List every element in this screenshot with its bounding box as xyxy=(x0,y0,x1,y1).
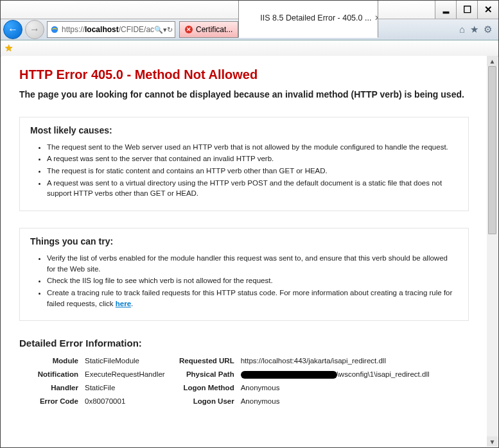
causes-section: Most likely causes: The request sent to … xyxy=(19,117,469,211)
home-icon[interactable]: ⌂ xyxy=(459,24,465,35)
causes-heading: Most likely causes: xyxy=(30,125,458,135)
detail-label: Logon User xyxy=(177,397,234,406)
tab-label: Certificat... xyxy=(196,25,232,34)
list-item: Create a tracing rule to track failed re… xyxy=(47,288,458,309)
detail-value: Anonymous xyxy=(241,397,430,406)
detail-heading: Detailed Error Information: xyxy=(19,338,469,349)
tab-strip: ✕ Certificat... IIS 8.5 Detailed Error -… xyxy=(179,21,378,38)
detail-section: Detailed Error Information: Module Stati… xyxy=(19,338,469,406)
detail-right-column: Requested URL https://localhost:443/jaka… xyxy=(177,356,430,406)
page-viewport: HTTP Error 405.0 - Method Not Allowed Th… xyxy=(1,56,487,447)
redacted-path xyxy=(241,371,337,379)
detail-left-column: Module StaticFileModule Notification Exe… xyxy=(19,356,165,406)
favorites-bar: ★ xyxy=(1,40,498,56)
detail-label: Requested URL xyxy=(177,356,234,366)
tab-iis-error-page[interactable]: IIS 8.5 Detailed Error - 405.0 ... ✕ xyxy=(238,0,378,38)
list-item: Check the IIS log file to see which verb… xyxy=(47,275,458,286)
detail-label: Logon Method xyxy=(177,383,234,393)
list-item: The request sent to the Web server used … xyxy=(47,142,458,153)
list-item: Verify the list of verbs enabled for the… xyxy=(47,253,458,274)
detail-value: https://localhost:443/jakarta/isapi_redi… xyxy=(241,356,430,366)
svg-point-0 xyxy=(51,26,58,33)
detail-value: StaticFileModule xyxy=(85,356,165,366)
forward-button[interactable]: → xyxy=(25,20,44,39)
tab-close-icon[interactable]: ✕ xyxy=(374,13,378,22)
close-window-button[interactable]: ✕ xyxy=(477,1,498,19)
scroll-track[interactable] xyxy=(487,66,498,436)
address-bar: ← → https://localhost/CFIDE/ac 🔍 ▾ ↻ ✕ C… xyxy=(1,19,498,40)
list-item: A request was sent to a virtual director… xyxy=(47,178,458,199)
detail-value: 0x80070001 xyxy=(85,397,165,406)
maximize-button[interactable]: ☐ xyxy=(456,1,477,19)
tryfix-section: Things you can try: Verify the list of v… xyxy=(19,228,469,321)
vertical-scrollbar[interactable]: ▲ ▼ xyxy=(486,56,498,447)
detail-value: \wsconfig\1\isapi_redirect.dll xyxy=(241,370,430,379)
tracing-help-link[interactable]: here xyxy=(116,300,131,307)
detail-label: Error Code xyxy=(19,397,78,406)
favorites-icon[interactable]: ★ xyxy=(470,24,478,35)
detail-value: StaticFile xyxy=(85,383,165,393)
url-text: https://localhost/CFIDE/ac xyxy=(62,25,154,34)
detail-label: Notification xyxy=(19,370,78,379)
error-page: HTTP Error 405.0 - Method Not Allowed Th… xyxy=(1,56,487,418)
detail-value: ExecuteRequestHandler xyxy=(85,370,165,379)
ie-icon xyxy=(50,25,59,34)
tryfix-heading: Things you can try: xyxy=(30,236,458,246)
search-icon[interactable]: 🔍 xyxy=(154,26,163,34)
scroll-up-button[interactable]: ▲ xyxy=(487,56,498,66)
error-title: HTTP Error 405.0 - Method Not Allowed xyxy=(19,67,469,82)
scroll-thumb[interactable] xyxy=(488,66,496,234)
detail-label: Module xyxy=(19,356,78,366)
cert-error-icon: ✕ xyxy=(185,26,193,33)
tab-certificate-error[interactable]: ✕ Certificat... xyxy=(179,21,238,38)
detail-value: Anonymous xyxy=(241,383,430,393)
list-item: A request was sent to the server that co… xyxy=(47,153,458,164)
tab-label: IIS 8.5 Detailed Error - 405.0 ... xyxy=(260,13,371,22)
detail-label: Physical Path xyxy=(177,370,234,379)
add-favorite-icon[interactable]: ★ xyxy=(4,42,13,54)
scroll-down-button[interactable]: ▼ xyxy=(487,436,498,447)
list-item: The request is for static content and co… xyxy=(47,166,458,177)
refresh-icon[interactable]: ↻ xyxy=(167,26,173,34)
tools-gear-icon[interactable]: ⚙ xyxy=(484,24,492,35)
error-subtitle: The page you are looking for cannot be d… xyxy=(19,89,469,101)
url-field[interactable]: https://localhost/CFIDE/ac 🔍 ▾ ↻ xyxy=(47,21,175,38)
back-button[interactable]: ← xyxy=(3,20,22,39)
detail-label: Handler xyxy=(19,383,78,393)
toolbar-right: ⌂ ★ ⚙ xyxy=(459,24,496,35)
minimize-button[interactable]: 🗕 xyxy=(435,1,456,19)
